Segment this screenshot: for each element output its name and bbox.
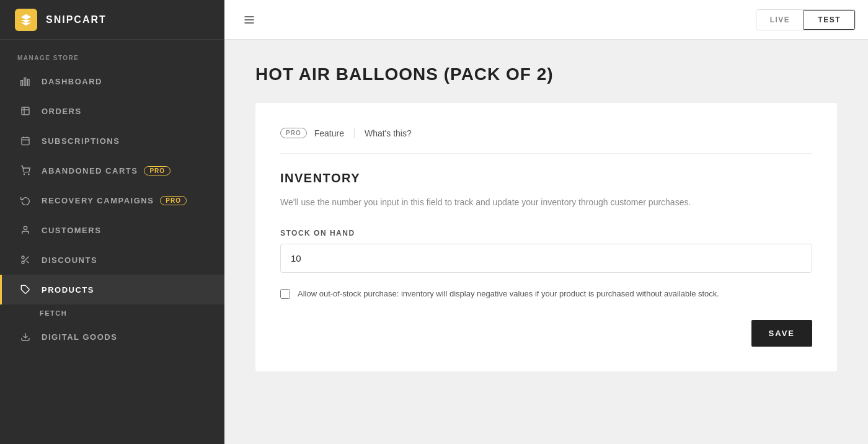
dashboard-label: DASHBOARD xyxy=(42,77,102,86)
sidebar-item-abandoned-carts[interactable]: ABANDONED CARTS PRO xyxy=(0,156,224,185)
download-icon xyxy=(19,331,32,343)
scissors-icon xyxy=(19,254,32,266)
svg-rect-6 xyxy=(22,138,29,145)
sidebar-nav: MANAGE STORE DASHBOARD ORDERS xyxy=(0,40,224,444)
svg-point-10 xyxy=(24,174,24,174)
refresh-icon xyxy=(19,194,32,206)
stock-label: STOCK ON HAND xyxy=(280,229,812,238)
sidebar-item-products[interactable]: PRODUCTS xyxy=(0,275,224,304)
logo-icon xyxy=(15,9,37,31)
cart-icon xyxy=(19,164,32,177)
subscriptions-label: SUBSCRIPTIONS xyxy=(42,136,120,146)
products-label: PRODUCTS xyxy=(42,285,94,295)
svg-point-13 xyxy=(22,256,24,259)
orders-icon xyxy=(19,105,32,117)
tag-icon xyxy=(19,283,32,296)
checkbox-label: Allow out-of-stock purchase: inventory w… xyxy=(298,288,719,300)
manage-store-label: MANAGE STORE xyxy=(0,40,224,66)
sidebar-item-customers[interactable]: CUSTOMERS xyxy=(0,215,224,245)
svg-line-16 xyxy=(27,261,29,264)
content-card: PRO Feature What's this? INVENTORY We'll… xyxy=(255,103,837,371)
env-switcher: LIVE TEST xyxy=(756,9,856,30)
pro-feature-bar: PRO Feature What's this? xyxy=(280,128,812,154)
sidebar-item-discounts[interactable]: DISCOUNTS xyxy=(0,245,224,275)
topbar: LIVE TEST xyxy=(224,0,868,40)
svg-rect-3 xyxy=(22,107,29,115)
logo-text: SNIPCART xyxy=(46,14,107,25)
save-row: SAVE xyxy=(280,320,812,347)
abandoned-carts-pro-badge: PRO xyxy=(144,166,170,175)
inventory-title: INVENTORY xyxy=(280,171,812,185)
pro-badge: PRO xyxy=(280,128,307,138)
sidebar-item-dashboard[interactable]: DASHBOARD xyxy=(0,66,224,96)
test-env-button[interactable]: TEST xyxy=(804,10,855,30)
svg-rect-2 xyxy=(27,79,29,86)
out-of-stock-row: Allow out-of-stock purchase: inventory w… xyxy=(280,288,812,300)
customers-label: CUSTOMERS xyxy=(42,226,101,235)
person-icon xyxy=(19,224,32,236)
recovery-campaigns-pro-badge: PRO xyxy=(160,196,187,205)
sidebar-sub-item-fetch[interactable]: FETCH xyxy=(0,304,224,322)
svg-rect-0 xyxy=(21,81,23,86)
save-button[interactable]: SAVE xyxy=(751,320,812,347)
chart-bar-icon xyxy=(19,75,32,87)
svg-rect-1 xyxy=(24,78,26,86)
svg-point-12 xyxy=(24,226,27,229)
svg-point-14 xyxy=(22,261,24,264)
live-env-button[interactable]: LIVE xyxy=(756,10,804,30)
digital-goods-label: DIGITAL GOODS xyxy=(42,332,117,342)
sidebar-item-subscriptions[interactable]: SUBSCRIPTIONS xyxy=(0,126,224,156)
page-title: HOT AIR BALLOONS (PACK OF 2) xyxy=(255,64,837,84)
stock-input[interactable] xyxy=(280,244,812,273)
fetch-label: FETCH xyxy=(40,309,67,317)
abandoned-carts-label: ABANDONED CARTS xyxy=(42,166,138,175)
svg-point-11 xyxy=(29,174,29,174)
whats-this-link[interactable]: What's this? xyxy=(365,128,412,138)
orders-label: ORDERS xyxy=(42,107,82,116)
sidebar-item-digital-goods[interactable]: DIGITAL GOODS xyxy=(0,322,224,352)
page-content: HOT AIR BALLOONS (PACK OF 2) PRO Feature… xyxy=(224,40,868,444)
feature-label: Feature xyxy=(314,128,355,138)
allow-out-of-stock-checkbox[interactable] xyxy=(280,289,290,299)
recovery-campaigns-label: RECOVERY CAMPAIGNS xyxy=(42,196,154,205)
main-area: LIVE TEST HOT AIR BALLOONS (PACK OF 2) P… xyxy=(224,0,868,444)
calendar-icon xyxy=(19,135,32,147)
sidebar-logo: SNIPCART xyxy=(0,0,224,40)
discounts-label: DISCOUNTS xyxy=(42,255,97,265)
hamburger-button[interactable] xyxy=(237,7,262,32)
sidebar-item-orders[interactable]: ORDERS xyxy=(0,96,224,126)
sidebar-item-recovery-campaigns[interactable]: RECOVERY CAMPAIGNS PRO xyxy=(0,185,224,215)
inventory-description: We'll use the number you input in this f… xyxy=(280,195,812,209)
sidebar: SNIPCART MANAGE STORE DASHBOARD ORDERS xyxy=(0,0,224,444)
